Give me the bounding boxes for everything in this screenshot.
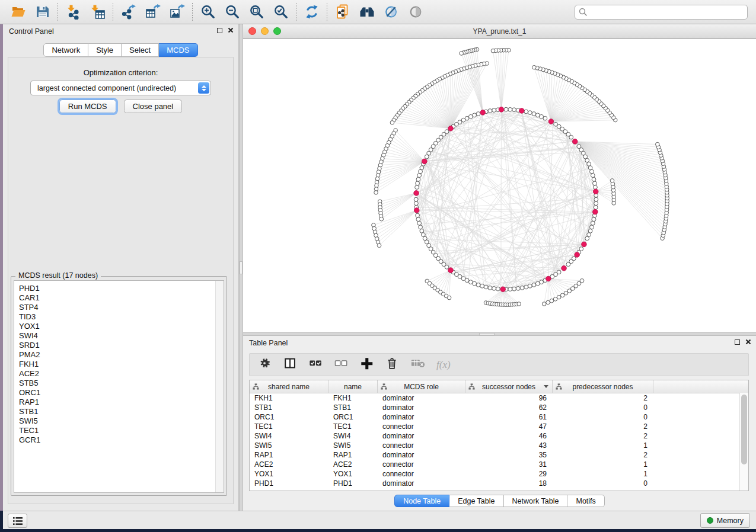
mcds-result-item[interactable]: YOX1	[14, 322, 224, 331]
table-row[interactable]: TEC1TEC1connector472	[250, 422, 748, 431]
mcds-result-item[interactable]: ACE2	[14, 369, 224, 379]
mcds-result-item[interactable]: ORC1	[14, 388, 224, 398]
mcds-result-item[interactable]: PHD1	[14, 284, 224, 293]
column-header-predecessor-nodes[interactable]: predecessor nodes	[553, 380, 653, 393]
mcds-result-group: MCDS result (17 nodes) PHD1CAR1STP4TID3Y…	[11, 276, 227, 496]
zoom-in-button[interactable]	[196, 2, 220, 22]
cytoscape-app: Control Panel NetworkStyleSelectMCDS Opt…	[0, 0, 756, 532]
table-row[interactable]: YOX1YOX1connector291	[250, 469, 748, 479]
network-document-button[interactable]	[330, 2, 355, 22]
optimization-criterion-value: largest connected component (undirected)	[31, 84, 198, 92]
tab-motifs[interactable]: Motifs	[567, 495, 604, 507]
close-panel-icon[interactable]	[228, 27, 234, 33]
mcds-result-item[interactable]: SWI4	[14, 331, 224, 341]
cell-mcds-role: connector	[378, 422, 465, 431]
mcds-result-item[interactable]: PMA2	[14, 350, 224, 360]
show-columns-button[interactable]	[283, 357, 298, 373]
window-minimize-button[interactable]	[261, 27, 269, 35]
export-table-button[interactable]	[141, 2, 165, 22]
window-close-button[interactable]	[248, 27, 256, 35]
cell-predecessor-nodes: 2	[553, 450, 653, 460]
table-row[interactable]: ORC1ORC1dominator610	[250, 412, 748, 422]
close-panel-icon[interactable]	[745, 339, 751, 345]
memory-status-dot	[707, 517, 713, 524]
table-toolbar: f(x)	[249, 353, 749, 376]
mcds-result-item[interactable]: TEC1	[14, 426, 224, 435]
mcds-result-item[interactable]: STB1	[14, 407, 224, 416]
run-mcds-button[interactable]: Run MCDS	[59, 100, 116, 113]
save-session-button[interactable]	[30, 2, 55, 22]
close-panel-button[interactable]: Close panel	[124, 100, 183, 113]
table-tabs: Node TableEdge TableNetwork TableMotifs	[243, 495, 756, 507]
export-image-button[interactable]	[165, 2, 189, 22]
zoom-fit-button[interactable]	[244, 2, 269, 22]
import-table-icon	[90, 4, 106, 20]
table-row[interactable]: FKH1FKH1dominator962	[250, 393, 748, 403]
search-input[interactable]	[575, 5, 748, 20]
cell-shared-name: SWI4	[250, 431, 328, 441]
vertical-splitter[interactable]	[239, 24, 243, 511]
import-table-button[interactable]	[85, 2, 110, 22]
splitter-grab-handle[interactable]	[240, 261, 243, 274]
refresh-button[interactable]	[299, 2, 324, 22]
mcds-result-item[interactable]: SWI5	[14, 416, 224, 426]
column-header-shared-name[interactable]: shared name	[250, 380, 328, 393]
tab-mcds[interactable]: MCDS	[159, 43, 197, 57]
deselect-all-rows-button[interactable]	[334, 357, 349, 373]
mcds-result-item[interactable]: FKH1	[14, 360, 224, 369]
delete-column-button[interactable]	[385, 357, 400, 373]
column-header-mcds-role[interactable]: MCDS role	[378, 380, 465, 393]
optimization-criterion-select[interactable]: largest connected component (undirected)	[30, 81, 211, 95]
network-canvas[interactable]	[243, 39, 756, 332]
float-panel-icon[interactable]	[217, 28, 222, 33]
show-graphics-details-button[interactable]	[403, 2, 428, 22]
table-row[interactable]: PHD1PHD1dominator180	[250, 479, 748, 488]
mcds-result-item[interactable]: TID3	[14, 312, 224, 322]
cell-successor-nodes: 46	[465, 431, 553, 441]
open-file-button[interactable]	[6, 2, 30, 22]
cell-predecessor-nodes: 2	[553, 422, 653, 431]
tab-node-table[interactable]: Node Table	[394, 495, 449, 507]
table-panel-header: Table Panel	[243, 336, 756, 350]
splitter-grab-handle[interactable]	[479, 333, 495, 335]
mcds-panel: Optimization criterion: largest connecte…	[8, 57, 234, 504]
mcds-result-item[interactable]: STB5	[14, 379, 224, 388]
mcds-result-item[interactable]: GCR1	[14, 435, 224, 445]
tab-edge-table[interactable]: Edge Table	[449, 495, 503, 507]
mcds-result-item[interactable]: SRD1	[14, 341, 224, 350]
zoom-out-button[interactable]	[220, 2, 244, 22]
tab-select[interactable]: Select	[122, 43, 159, 57]
add-column-button[interactable]	[360, 357, 374, 373]
zoom-fit-icon	[249, 4, 264, 20]
mcds-result-item[interactable]: STP4	[14, 303, 224, 312]
mcds-result-item[interactable]: RAP1	[14, 398, 224, 407]
table-scrollbar[interactable]	[739, 393, 748, 491]
export-network-button[interactable]	[116, 2, 141, 22]
table-settings-button[interactable]	[258, 357, 272, 373]
import-network-button[interactable]	[61, 2, 85, 22]
memory-button[interactable]: Memory	[700, 513, 750, 528]
table-row[interactable]: SWI5SWI5connector431	[250, 441, 748, 450]
select-all-rows-button[interactable]	[309, 357, 323, 373]
status-list-button[interactable]	[8, 514, 27, 528]
float-panel-icon[interactable]	[735, 339, 740, 345]
hide-graphics-details-button[interactable]	[379, 2, 403, 22]
window-zoom-button[interactable]	[273, 27, 281, 35]
search-network-button[interactable]	[355, 2, 379, 22]
column-header-name[interactable]: name	[328, 380, 378, 393]
cell-name: ORC1	[328, 412, 378, 422]
table-row[interactable]: SWI4SWI4dominator462	[250, 431, 748, 441]
tab-style[interactable]: Style	[88, 43, 122, 57]
scrollbar-thumb[interactable]	[741, 395, 747, 464]
mcds-result-item[interactable]: CAR1	[14, 293, 224, 303]
zoom-selected-button[interactable]	[269, 2, 293, 22]
mcds-list-scrollbar[interactable]	[215, 281, 224, 492]
table-row[interactable]: RAP1RAP1dominator352	[250, 450, 748, 460]
table-row[interactable]: STB1STB1dominator620	[250, 403, 748, 412]
column-header-successor-nodes[interactable]: successor nodes	[465, 380, 553, 393]
tab-network[interactable]: Network	[43, 43, 88, 57]
tab-network-table[interactable]: Network Table	[504, 495, 568, 507]
table-row[interactable]: ACE2ACE2connector311	[250, 460, 748, 469]
cell-name: FKH1	[328, 393, 378, 403]
network-graph	[243, 39, 756, 332]
